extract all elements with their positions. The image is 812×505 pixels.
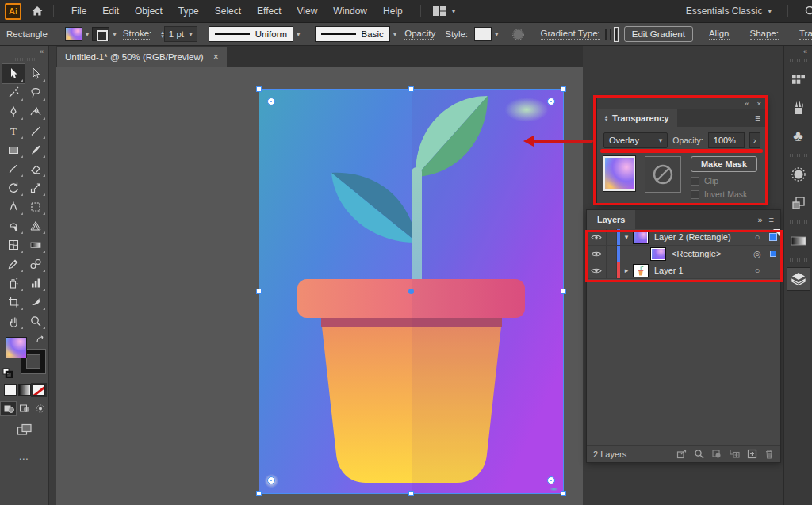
chevron-right-icon[interactable]: ▸	[620, 266, 633, 274]
stroke-swatch[interactable]	[92, 27, 109, 41]
swatches-panel-icon[interactable]	[787, 68, 810, 90]
selection-handle-top-left[interactable]	[256, 86, 262, 92]
rotate-tool[interactable]	[2, 178, 25, 197]
fill-color-indicator[interactable]	[6, 337, 27, 358]
selection-indicator[interactable]	[770, 251, 776, 257]
type-tool[interactable]: T	[2, 121, 25, 140]
lasso-tool[interactable]	[25, 83, 47, 102]
document-tab[interactable]: Untitled-1* @ 50% (RGB/Preview) ×	[57, 47, 227, 67]
symbols-panel-icon[interactable]: ♣	[787, 125, 810, 147]
align-link[interactable]: Align	[709, 29, 730, 40]
panel-menu-icon[interactable]: ≡	[755, 113, 760, 124]
gradient-panel-icon[interactable]	[787, 230, 810, 252]
selection-handle-middle-right[interactable]	[561, 289, 566, 294]
object-name[interactable]: <Rectangle>	[672, 249, 749, 258]
object-thumbnail[interactable]	[650, 247, 666, 261]
lock-column[interactable]	[607, 246, 617, 262]
gradient-button[interactable]	[18, 384, 31, 396]
opacity-stepper-icon[interactable]: ›	[749, 132, 760, 148]
none-button[interactable]	[33, 384, 45, 396]
collect-for-export-icon[interactable]	[676, 449, 687, 459]
workspace-switcher[interactable]: Essentials Classic ▾	[686, 6, 772, 17]
swap-fill-stroke-icon[interactable]	[36, 335, 45, 345]
dock-grip[interactable]	[790, 220, 807, 224]
layer-thumbnail[interactable]	[633, 231, 649, 244]
make-clipping-mask-icon[interactable]	[711, 449, 722, 459]
canvas[interactable]	[56, 67, 583, 505]
menu-effect[interactable]: Effect	[249, 0, 289, 22]
fill-color-control[interactable]: ▾	[65, 27, 90, 41]
gradient-radial-button[interactable]	[610, 29, 611, 40]
selection-handle-bottom-left[interactable]	[256, 491, 262, 496]
shaper-tool[interactable]	[2, 159, 25, 178]
color-guide-panel-icon[interactable]	[787, 163, 810, 186]
brushes-panel-icon[interactable]	[787, 97, 810, 119]
menu-view[interactable]: View	[289, 0, 326, 22]
arrange-documents-icon[interactable]	[432, 6, 446, 17]
blend-tool[interactable]	[25, 254, 47, 274]
menu-edit[interactable]: Edit	[94, 0, 127, 22]
delete-layer-icon[interactable]	[764, 449, 774, 459]
draw-normal-mode[interactable]	[1, 402, 16, 415]
curvature-tool[interactable]	[25, 102, 47, 121]
eraser-tool[interactable]	[25, 159, 47, 178]
lock-column[interactable]	[607, 262, 617, 278]
selection-tool[interactable]	[2, 64, 25, 83]
dock-grip[interactable]	[790, 258, 807, 262]
mask-thumbnail[interactable]	[645, 156, 681, 193]
shape-builder-tool[interactable]	[2, 216, 25, 235]
chevron-down-icon[interactable]: ▾	[297, 31, 301, 38]
expand-dock-icon[interactable]: «	[803, 48, 807, 55]
object-thumbnail[interactable]	[603, 156, 635, 191]
paintbrush-tool[interactable]	[25, 140, 47, 159]
gradient-linear-button[interactable]	[605, 29, 607, 40]
chevron-down-icon[interactable]: ▾	[393, 31, 397, 38]
search-icon[interactable]	[804, 5, 812, 18]
menu-window[interactable]: Window	[325, 0, 375, 22]
selection-center-point[interactable]	[408, 289, 414, 294]
layers-empty-area[interactable]	[587, 279, 780, 445]
transform-link[interactable]: Transform	[799, 29, 812, 40]
target-circle-icon[interactable]: ○	[749, 266, 766, 275]
gradient-freeform-button[interactable]	[615, 29, 617, 40]
invert-mask-checkbox[interactable]	[691, 190, 699, 199]
selection-handle-top-right[interactable]	[561, 86, 566, 92]
hand-tool[interactable]	[2, 312, 25, 331]
mesh-tool[interactable]	[2, 235, 25, 254]
draw-inside-mode[interactable]	[33, 402, 48, 415]
collapse-tools-icon[interactable]: «	[40, 48, 44, 55]
layers-panel-icon[interactable]	[787, 268, 810, 290]
layer-name[interactable]: Layer 1	[654, 266, 749, 275]
stroke-color-control[interactable]: ▾	[92, 27, 117, 41]
corner-widget-top-left[interactable]	[267, 98, 275, 105]
opacity-input[interactable]: 100%	[708, 132, 745, 148]
column-graph-tool[interactable]	[25, 274, 47, 293]
selection-handle-bottom-right[interactable]	[561, 491, 566, 496]
corner-widget-bottom-right[interactable]	[547, 476, 555, 484]
artboard-artwork[interactable]	[259, 90, 563, 493]
direct-selection-tool[interactable]	[25, 64, 47, 83]
new-layer-icon[interactable]	[747, 449, 757, 459]
eyedropper-tool[interactable]	[2, 254, 25, 274]
scale-tool[interactable]	[25, 178, 47, 197]
expand-panel-icon[interactable]: »	[757, 215, 762, 224]
width-tool[interactable]	[2, 197, 25, 216]
layer-row-layer1[interactable]: ▸ Layer 1 ○	[587, 262, 780, 279]
stroke-panel-link[interactable]: Stroke:	[123, 29, 151, 40]
draw-behind-mode[interactable]	[17, 402, 32, 415]
brush-definition-dropdown[interactable]: Basic	[315, 26, 390, 42]
gradient-tool[interactable]	[25, 235, 47, 254]
tools-grip[interactable]	[13, 58, 36, 61]
corner-widget-bottom-left[interactable]	[267, 476, 275, 484]
edit-gradient-button[interactable]: Edit Gradient	[624, 26, 693, 42]
visibility-eye-icon[interactable]	[587, 229, 607, 245]
menu-type[interactable]: Type	[170, 0, 207, 22]
new-sublayer-icon[interactable]	[729, 449, 740, 459]
menu-file[interactable]: File	[63, 0, 94, 22]
symbol-sprayer-tool[interactable]	[2, 274, 25, 293]
tab-transparency[interactable]: ▴▾ Transparency	[597, 109, 677, 127]
app-logo[interactable]: Ai	[5, 3, 21, 20]
close-panel-icon[interactable]: ×	[756, 99, 761, 108]
shape-link[interactable]: Shape:	[750, 29, 779, 40]
visibility-eye-icon[interactable]	[587, 246, 607, 262]
